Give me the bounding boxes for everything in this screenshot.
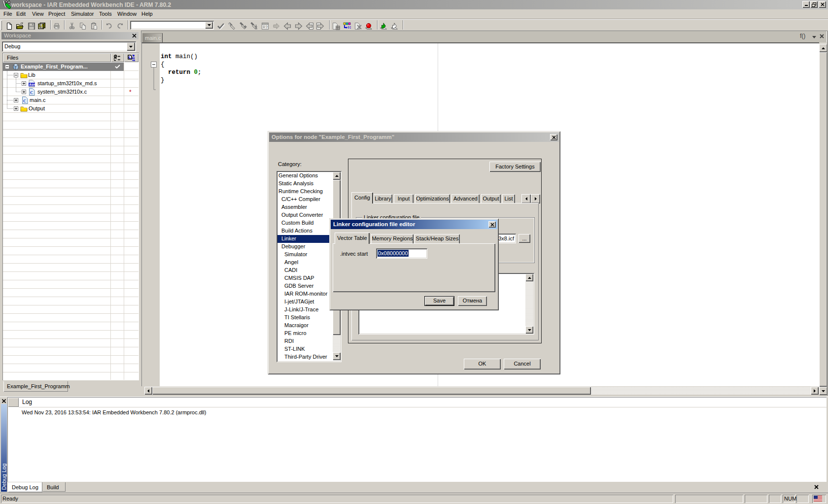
svg-text:C: C <box>23 99 27 103</box>
svg-text:01: 01 <box>347 26 351 30</box>
svg-text:C: C <box>30 90 34 95</box>
svg-text:Asm: Asm <box>29 83 35 86</box>
svg-text:?: ? <box>265 25 268 30</box>
